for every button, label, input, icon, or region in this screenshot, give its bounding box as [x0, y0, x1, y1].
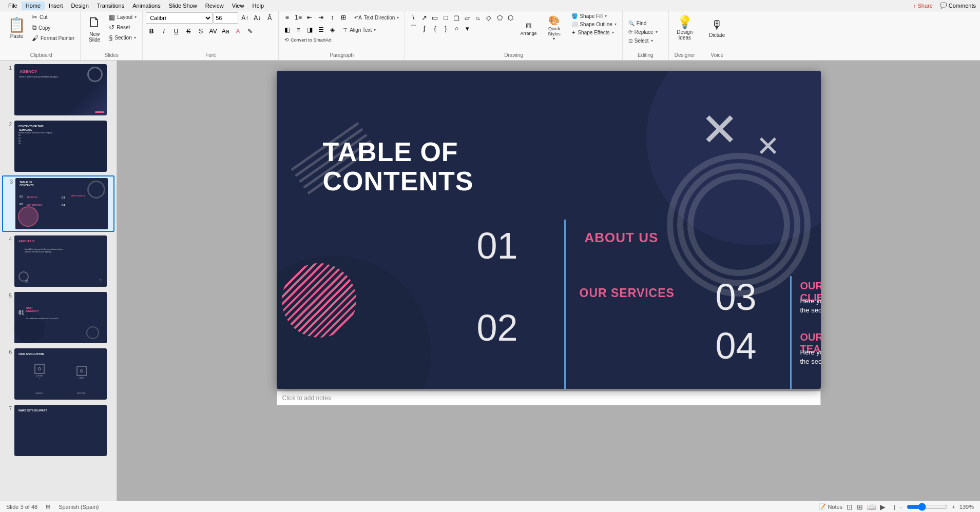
menu-slideshow[interactable]: Slide Show	[165, 2, 201, 10]
slide-thumb-2[interactable]: 2 CONTENTS OF THISTEMPLATE Based on what…	[2, 119, 114, 173]
slide-thumb-7[interactable]: 7 WHAT SETS US APART	[2, 403, 114, 458]
section-button[interactable]: § Section ▾	[106, 33, 139, 43]
replace-button[interactable]: ⟳ Replace ▾	[626, 28, 660, 36]
paste-button[interactable]: 📋 Paste	[5, 12, 28, 43]
shape-pentagon[interactable]: ⬠	[494, 12, 505, 23]
item-02-label[interactable]: OUR SERVICES	[580, 286, 675, 300]
shape-line[interactable]: \	[408, 12, 418, 23]
align-text-button[interactable]: ⊤ Align Text ▾	[340, 26, 378, 34]
dictate-button[interactable]: 🎙 Dictate	[704, 12, 730, 43]
italic-button[interactable]: I	[158, 26, 169, 37]
zoom-slider[interactable]	[907, 503, 948, 511]
x-mark-small: ✕	[756, 132, 780, 161]
menu-design[interactable]: Design	[67, 2, 93, 10]
change-case-button[interactable]: Aa	[220, 26, 231, 37]
decrease-indent-button[interactable]: ⇤	[304, 12, 315, 23]
align-left-button[interactable]: ◧	[282, 25, 292, 35]
notes-area[interactable]: Click to add notes	[277, 391, 821, 405]
underline-button[interactable]: U	[170, 26, 182, 37]
menu-view[interactable]: View	[228, 2, 248, 10]
shape-brace2[interactable]: }	[440, 23, 451, 33]
line-spacing-button[interactable]: ↕	[327, 12, 337, 23]
font-increase-button[interactable]: A↑	[239, 12, 251, 24]
select-icon: ⊡	[628, 38, 632, 44]
shape-trapezoid[interactable]: ⏢	[473, 12, 483, 23]
font-decrease-button[interactable]: A↓	[252, 12, 263, 24]
slide-thumb-1[interactable]: 1 AGENCY Here is where your presentation…	[2, 63, 114, 117]
shape-diamond[interactable]: ◇	[484, 12, 494, 23]
layout-button[interactable]: ▦ Layout ▾	[106, 12, 139, 22]
comments-button[interactable]: 💬 Comments	[940, 2, 976, 9]
shape-curve[interactable]: ⌒	[408, 23, 418, 33]
reset-button[interactable]: ↺ Reset	[106, 23, 139, 32]
shape-brace[interactable]: {	[430, 23, 440, 33]
normal-view-button[interactable]: ⊡	[847, 503, 853, 511]
menu-transitions[interactable]: Transitions	[93, 2, 128, 10]
design-ideas-button[interactable]: 💡 Design Ideas	[672, 12, 698, 43]
clear-format-button[interactable]: Ā	[264, 12, 275, 24]
zoom-in-button[interactable]: +	[952, 504, 955, 510]
share-button[interactable]: ↑ Share	[913, 3, 933, 9]
copy-button[interactable]: ⧉ Copy	[29, 23, 77, 33]
select-button[interactable]: ⊡ Select ▾	[626, 37, 656, 45]
reading-view-button[interactable]: 📖	[867, 503, 876, 511]
align-center-button[interactable]: ≡	[293, 25, 303, 35]
menu-home[interactable]: Home	[22, 2, 45, 10]
increase-indent-button[interactable]: ⇥	[316, 12, 326, 23]
text-direction-button[interactable]: ↶A Text Direction ▾	[352, 14, 401, 22]
main-slide[interactable]: ✕ ✕ TABLE OF CONTENTS 01 ABOUT US 02 OUR…	[277, 71, 821, 389]
strikethrough-button[interactable]: S	[183, 26, 194, 37]
find-icon: 🔍	[628, 21, 635, 26]
shape-parallelogram[interactable]: ▱	[462, 12, 472, 23]
spacing-button[interactable]: AV	[207, 26, 219, 37]
new-slide-button[interactable]: 🗋 New Slide	[84, 12, 105, 44]
convert-smartart-button[interactable]: ⟲ Convert to SmartArt	[282, 36, 334, 44]
zoom-out-button[interactable]: −	[899, 504, 902, 510]
shape-rect2[interactable]: □	[440, 12, 451, 23]
columns-button[interactable]: ⊞	[338, 12, 349, 23]
deco-hatch-circle	[282, 263, 356, 338]
shape-effects-button[interactable]: ✦ Shape Effects ▾	[569, 29, 619, 36]
align-right-button[interactable]: ◨	[304, 25, 315, 35]
cut-button[interactable]: ✂ Cut	[29, 12, 77, 22]
slide-thumb-5[interactable]: 5 01 OURAGENCY You could enter a subtitl…	[2, 290, 114, 345]
format-painter-button[interactable]: 🖌 Format Painter	[29, 33, 77, 43]
highlight-button[interactable]: ✎	[244, 26, 256, 37]
slide-thumb-6[interactable]: 6 OUR EVOLUTION JUPITER ★	[2, 347, 114, 401]
quick-styles-button[interactable]: 🎨 Quick Styles ▾	[541, 12, 567, 43]
slideshow-button[interactable]: ▶	[880, 503, 886, 511]
shape-circle[interactable]: ○	[451, 23, 462, 33]
shape-more[interactable]: ▾	[462, 23, 472, 33]
shape-curve2[interactable]: ∫	[419, 23, 429, 33]
item-04-desc[interactable]: Here you could describe the topic of the…	[800, 348, 821, 366]
shape-hexagon[interactable]: ⬡	[505, 12, 515, 23]
find-button[interactable]: 🔍 Find	[626, 19, 649, 27]
slide-sorter-button[interactable]: ⊞	[857, 503, 863, 511]
menu-file[interactable]: File	[4, 2, 22, 10]
menu-review[interactable]: Review	[201, 2, 228, 10]
arrange-button[interactable]: ⧈ Arrange	[517, 12, 539, 43]
font-size-input[interactable]	[214, 12, 238, 24]
shape-rect[interactable]: ▭	[430, 12, 440, 23]
shadow-button[interactable]: S	[195, 26, 206, 37]
bold-button[interactable]: B	[146, 26, 157, 37]
shape-fill-button[interactable]: 🪣 Shape Fill ▾	[569, 12, 619, 20]
menu-animations[interactable]: Animations	[128, 2, 164, 10]
font-color-button[interactable]: A	[232, 26, 243, 37]
slide-thumb-3[interactable]: 3 TABLE OFCONTENTS ABOUT US 01 OUR SERVI…	[2, 175, 114, 232]
item-03-desc[interactable]: Here you could describe the topic of the…	[800, 297, 821, 315]
shape-outline-button[interactable]: ⬜ Shape Outline ▾	[569, 21, 619, 28]
smartart-button[interactable]: ◈	[327, 25, 337, 35]
justify-button[interactable]: ☰	[316, 25, 326, 35]
menu-insert[interactable]: Insert	[45, 2, 67, 10]
shape-arrow[interactable]: ↗	[419, 12, 429, 23]
bullets-button[interactable]: ≡	[282, 12, 292, 23]
font-name-select[interactable]: Calibri	[146, 12, 213, 24]
slide-title[interactable]: TABLE OF CONTENTS	[323, 137, 474, 196]
menu-help[interactable]: Help	[248, 2, 268, 10]
numbering-button[interactable]: 1≡	[293, 12, 303, 23]
shape-round-rect[interactable]: ▢	[451, 12, 462, 23]
notes-button[interactable]: 📝 Notes	[819, 503, 842, 510]
item-01-label[interactable]: ABOUT US	[585, 230, 659, 246]
slide-thumb-4[interactable]: 4 ABOUT US It could be the part of the p…	[2, 234, 114, 288]
